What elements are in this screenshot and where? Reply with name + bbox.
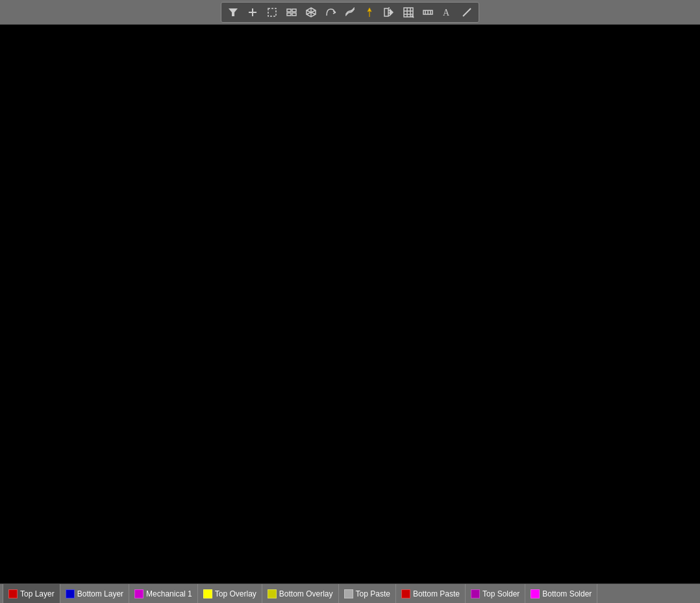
svg-marker-14 [368, 8, 371, 17]
svg-line-29 [463, 8, 471, 16]
layer-label-top-paste: Top Paste [356, 589, 390, 598]
svg-rect-4 [287, 9, 291, 12]
toolbar-inner: A [221, 2, 479, 23]
layer-label-top-overlay: Top Overlay [215, 589, 256, 598]
layer-label-bottom-overlay: Bottom Overlay [279, 589, 333, 598]
layer-label-bottom-paste: Bottom Paste [413, 589, 460, 598]
layer-color-top-layer [8, 589, 18, 598]
align-button[interactable] [282, 4, 301, 21]
route-button[interactable] [321, 4, 340, 21]
svg-rect-7 [292, 13, 296, 16]
layer-color-bottom-paste [401, 589, 410, 598]
filter-button[interactable] [224, 4, 242, 21]
toolbar: A [0, 0, 700, 25]
layer-color-top-solder [471, 589, 480, 598]
svg-rect-3 [268, 8, 276, 16]
layer-color-bottom-solder [531, 589, 540, 598]
svg-rect-6 [287, 13, 291, 16]
layer-item-bottom-solder[interactable]: Bottom Solder [525, 584, 597, 603]
layer-bar: Top LayerBottom LayerMechanical 1Top Ove… [0, 584, 700, 603]
layer-label-bottom-solder: Bottom Solder [542, 589, 592, 598]
layer-label-top-solder: Top Solder [482, 589, 519, 598]
layer-item-top-solder[interactable]: Top Solder [466, 584, 525, 603]
layer-color-bottom-overlay [268, 589, 277, 598]
layer-item-bottom-overlay[interactable]: Bottom Overlay [262, 584, 339, 603]
layer-item-bottom-layer[interactable]: Bottom Layer [60, 584, 129, 603]
mirror-button[interactable] [380, 4, 398, 21]
layer-item-top-paste[interactable]: Top Paste [339, 584, 396, 603]
add-button[interactable] [244, 4, 262, 21]
pin-button[interactable] [360, 4, 379, 21]
layer-item-bottom-paste[interactable]: Bottom Paste [396, 584, 466, 603]
layer-label-bottom-layer: Bottom Layer [77, 589, 123, 598]
layer-label-top-layer: Top Layer [20, 589, 55, 598]
layer-item-top-layer[interactable]: Top Layer [3, 584, 60, 603]
svg-marker-17 [390, 8, 394, 16]
svg-marker-0 [229, 8, 238, 16]
layer-color-mechanical-1 [134, 589, 144, 598]
svg-text:A: A [443, 8, 450, 18]
svg-rect-5 [292, 9, 296, 12]
layer-item-mechanical-1[interactable]: Mechanical 1 [129, 584, 198, 603]
line-button[interactable] [458, 4, 476, 21]
layer-color-top-paste [344, 589, 353, 598]
layer-color-bottom-layer [66, 589, 75, 598]
layer-item-top-overlay[interactable]: Top Overlay [198, 584, 262, 603]
rect-select-button[interactable] [263, 4, 281, 21]
svg-rect-18 [404, 8, 413, 17]
layer-color-top-overlay [203, 589, 212, 598]
inspect-button[interactable] [399, 4, 418, 21]
3d-button[interactable] [302, 4, 320, 21]
track-button[interactable] [341, 4, 359, 21]
text-button[interactable]: A [438, 4, 456, 21]
svg-line-13 [333, 12, 336, 14]
layer-label-mechanical-1: Mechanical 1 [146, 589, 192, 598]
pcb-canvas[interactable] [0, 25, 700, 584]
measure-button[interactable] [419, 4, 437, 21]
svg-rect-15 [384, 8, 388, 16]
